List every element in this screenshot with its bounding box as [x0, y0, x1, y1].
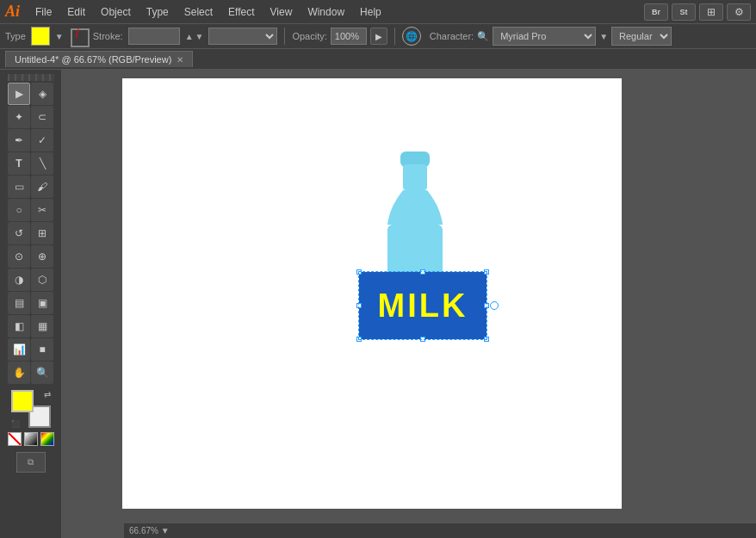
mesh-tool[interactable]: ▣ — [31, 292, 53, 314]
hand-tool[interactable]: ✋ — [8, 362, 30, 384]
tool-row-10: ▤ ▣ — [8, 292, 53, 314]
pattern-swatch[interactable] — [40, 432, 54, 446]
swap-colors-icon[interactable]: ⇄ — [44, 390, 51, 399]
direct-selection-tool[interactable]: ◈ — [31, 83, 53, 105]
character-section: Character: 🔍 Myriad Pro ▼ Regular — [430, 27, 672, 46]
sel-handle-mr — [484, 303, 489, 308]
toolbar: Type ▼ Stroke: ▲ ▼ Opacity: ▶ 🌐 Characte… — [0, 23, 756, 49]
stroke-label: Stroke: — [93, 31, 123, 41]
menubar: Ai File Edit Object Type Select Effect V… — [0, 0, 756, 23]
type-tool[interactable]: T — [8, 152, 30, 175]
app-logo: Ai — [5, 3, 20, 21]
gradient-tool[interactable]: ◧ — [8, 315, 30, 337]
lasso-tool[interactable]: ⊂ — [31, 106, 53, 128]
paintbrush-tool[interactable]: 🖌 — [31, 176, 53, 198]
tool-row-13: ✋ 🔍 — [8, 362, 53, 384]
svg-rect-1 — [403, 164, 427, 190]
sel-handle-tr — [484, 269, 489, 275]
menu-help[interactable]: Help — [353, 4, 388, 20]
separator-2 — [394, 28, 395, 45]
stroke-style-dropdown[interactable] — [208, 28, 277, 45]
tool-row-1: ▶ ◈ — [8, 83, 53, 105]
no-color-swatch[interactable] — [8, 432, 22, 446]
color-swatch-area: ⇄ ⬛ — [8, 390, 54, 428]
shape-builder-tool[interactable]: ⬡ — [31, 269, 53, 291]
menu-file[interactable]: File — [28, 4, 59, 20]
stock-icon[interactable]: St — [672, 3, 696, 21]
ellipse-tool[interactable]: ○ — [8, 199, 30, 221]
tool-row-3: ✒ ✓ — [8, 129, 53, 152]
reset-colors-icon[interactable]: ⬛ — [11, 420, 20, 428]
menu-view[interactable]: View — [263, 4, 300, 20]
line-tool[interactable]: ╲ — [31, 152, 53, 175]
menu-edit[interactable]: Edit — [60, 4, 92, 20]
stroke-input[interactable] — [128, 28, 180, 45]
character-label: Character: — [430, 31, 474, 41]
text-anchor-indicator — [490, 301, 499, 310]
font-dropdown[interactable]: Myriad Pro — [493, 27, 596, 46]
gradient-swatch[interactable] — [24, 432, 38, 446]
color-mode-row — [8, 432, 54, 446]
workspace-icon[interactable]: ⊞ — [699, 3, 723, 21]
toolbox-ruler — [8, 74, 54, 81]
status-text: 66.67% ▼ — [129, 526, 170, 535]
zoom-tool[interactable]: 🔍 — [31, 362, 53, 384]
artboard-nav[interactable]: ⧉ — [16, 452, 46, 473]
tool-row-4: T ╲ — [8, 152, 53, 175]
blend-tool[interactable]: 📊 — [8, 338, 30, 361]
magic-wand-tool[interactable]: ✦ — [8, 106, 30, 128]
perspective-grid-tool[interactable]: ▤ — [8, 292, 30, 314]
curvature-tool[interactable]: ✓ — [31, 129, 53, 152]
puppet-warp-tool[interactable]: ⊞ — [31, 222, 53, 244]
menu-select[interactable]: Select — [177, 4, 220, 20]
tool-row-11: ◧ ▦ — [8, 315, 53, 337]
fill-color-swatch[interactable] — [31, 27, 50, 46]
toolbox: ▶ ◈ ✦ ⊂ ✒ ✓ T ╲ ▭ 🖌 ○ ✂ ↺ ⊞ ⊙ ⊕ — [0, 70, 62, 538]
type-label: Type — [5, 31, 26, 41]
sel-handle-bm — [420, 337, 425, 342]
warp-tool[interactable]: ⊕ — [31, 245, 53, 268]
rotate-tool[interactable]: ↺ — [8, 222, 30, 244]
tool-row-7: ↺ ⊞ — [8, 222, 53, 244]
canvas-area[interactable]: MILK 66 — [62, 70, 756, 538]
opacity-label: Opacity: — [292, 31, 326, 41]
live-paint-tool[interactable]: ■ — [31, 338, 53, 361]
pen-tool[interactable]: ✒ — [8, 129, 30, 152]
tool-row-6: ○ ✂ — [8, 199, 53, 221]
tool-row-2: ✦ ⊂ — [8, 106, 53, 128]
menubar-right-icons: Br St ⊞ ⚙ — [644, 3, 751, 21]
globe-icon[interactable]: 🌐 — [402, 27, 421, 46]
opacity-expand-btn[interactable]: ▶ — [370, 28, 387, 45]
statusbar: 66.67% ▼ — [124, 523, 756, 538]
doc-tab-title: Untitled-4* @ 66.67% (RGB/Preview) — [15, 54, 171, 65]
scissors-tool[interactable]: ✂ — [31, 199, 53, 221]
document-tab[interactable]: Untitled-4* @ 66.67% (RGB/Preview) ✕ — [5, 51, 193, 67]
artboard: MILK — [122, 78, 622, 509]
fill-dropdown-arrow[interactable]: ▼ — [55, 32, 64, 41]
stroke-swatch[interactable] — [69, 27, 88, 46]
rectangle-tool[interactable]: ▭ — [8, 176, 30, 198]
milk-label: MILK — [359, 272, 486, 339]
bridge-icon[interactable]: Br — [644, 3, 668, 21]
menu-effect[interactable]: Effect — [221, 4, 261, 20]
menu-window[interactable]: Window — [301, 4, 351, 20]
milk-label-container[interactable]: MILK — [359, 272, 486, 339]
eyedropper-tool[interactable]: ▦ — [31, 315, 53, 337]
font-dropdown-arrow[interactable]: ▼ — [599, 32, 608, 41]
width-tool[interactable]: ◑ — [8, 269, 30, 291]
sel-handle-tm — [420, 269, 425, 275]
search-icon[interactable]: ⚙ — [727, 3, 751, 21]
selection-tool[interactable]: ▶ — [8, 83, 30, 105]
opacity-section: Opacity: ▶ — [292, 28, 387, 45]
font-style-dropdown[interactable]: Regular — [611, 27, 672, 46]
menu-object[interactable]: Object — [94, 4, 138, 20]
tool-row-9: ◑ ⬡ — [8, 269, 53, 291]
tool-row-8: ⊙ ⊕ — [8, 245, 53, 268]
fill-color-box[interactable] — [11, 390, 34, 412]
opacity-input[interactable] — [331, 28, 367, 45]
menu-type[interactable]: Type — [139, 4, 176, 20]
doc-tab-close-btn[interactable]: ✕ — [177, 55, 183, 65]
scale-tool[interactable]: ⊙ — [8, 245, 30, 268]
sel-handle-bl — [356, 337, 362, 342]
document-tab-bar: Untitled-4* @ 66.67% (RGB/Preview) ✕ — [0, 49, 756, 70]
